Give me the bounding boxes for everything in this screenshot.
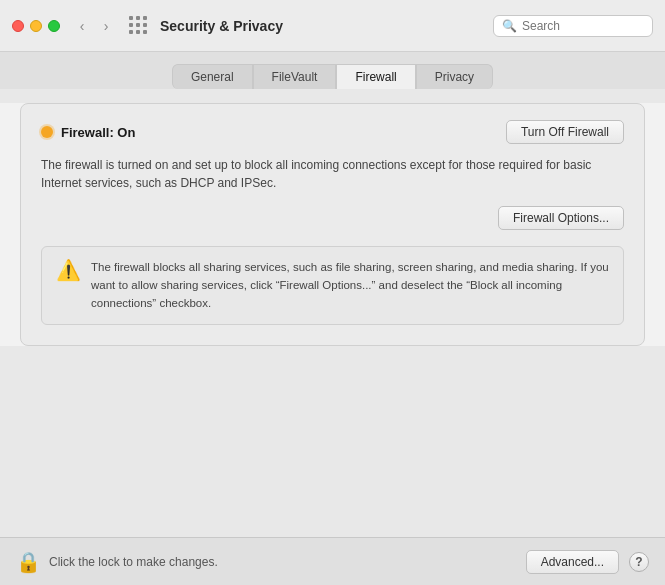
firewall-status: Firewall: On [41,125,135,140]
firewall-description: The firewall is turned on and set up to … [41,156,624,192]
minimize-button[interactable] [30,20,42,32]
tab-firewall[interactable]: Firewall [336,64,415,89]
close-button[interactable] [12,20,24,32]
tab-privacy[interactable]: Privacy [416,64,493,89]
maximize-button[interactable] [48,20,60,32]
search-icon: 🔍 [502,19,517,33]
firewall-options-button[interactable]: Firewall Options... [498,206,624,230]
tab-filevault[interactable]: FileVault [253,64,337,89]
tab-general[interactable]: General [172,64,253,89]
turn-off-firewall-button[interactable]: Turn Off Firewall [506,120,624,144]
warning-text: The firewall blocks all sharing services… [91,259,609,312]
grid-icon[interactable] [128,16,148,36]
tab-bar: General FileVault Firewall Privacy [0,52,665,89]
warning-box: ⚠️ The firewall blocks all sharing servi… [41,246,624,325]
lock-icon[interactable]: 🔒 [16,550,41,574]
warning-icon: ⚠️ [56,260,81,280]
lock-label: Click the lock to make changes. [49,555,218,569]
window-title: Security & Privacy [160,18,283,34]
firewall-panel: Firewall: On Turn Off Firewall The firew… [20,103,645,346]
nav-buttons: ‹ › [72,16,116,36]
main-content: Firewall: On Turn Off Firewall The firew… [0,103,665,346]
firewall-status-dot [41,126,53,138]
traffic-lights [12,20,60,32]
bottom-right: Advanced... ? [526,550,649,574]
advanced-button[interactable]: Advanced... [526,550,619,574]
bottom-bar: 🔒 Click the lock to make changes. Advanc… [0,537,665,585]
search-bar[interactable]: 🔍 [493,15,653,37]
search-input[interactable] [522,19,642,33]
back-button[interactable]: ‹ [72,16,92,36]
firewall-header: Firewall: On Turn Off Firewall [41,120,624,144]
firewall-on-label: Firewall: On [61,125,135,140]
forward-button[interactable]: › [96,16,116,36]
help-button[interactable]: ? [629,552,649,572]
titlebar: ‹ › Security & Privacy 🔍 [0,0,665,52]
